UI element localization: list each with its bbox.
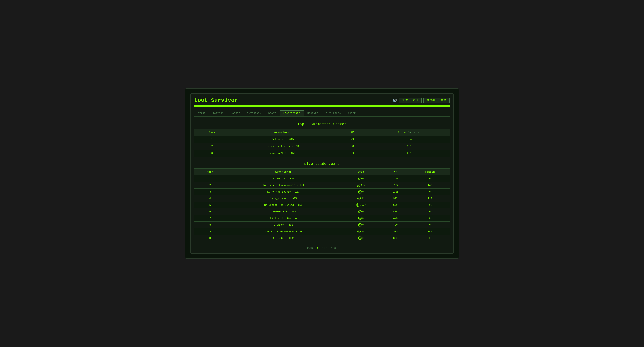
xp-cell: 476 xyxy=(336,150,369,157)
adventurer-cell: Larry the Lovely - 133 xyxy=(226,189,341,195)
health-cell: 120 xyxy=(410,195,450,202)
rank-cell: 2 xyxy=(194,182,226,189)
adventurer-cell: Bal7hazar - 815 xyxy=(230,136,336,143)
adventurer-cell: lazy_nicabar - 905 xyxy=(226,195,341,202)
tab-start[interactable]: START xyxy=(194,110,209,117)
table-row: 5 Bal7hazar The Undead - 859 9972 670 20… xyxy=(194,202,450,208)
gold-icon xyxy=(358,210,362,213)
rank-cell: 6 xyxy=(194,208,226,215)
xp-cell: 476 xyxy=(381,208,410,215)
gold-icon xyxy=(356,203,359,207)
live-col-gold: Gold xyxy=(341,169,381,175)
gold-icon xyxy=(358,190,362,193)
tab-beast[interactable]: BEAST xyxy=(265,110,280,117)
table-row: 3 gamelor2018 - 153 476 2 ⚖ xyxy=(194,150,450,157)
libra-icon: ⚖ xyxy=(410,144,412,148)
tab-guide[interactable]: GUIDE xyxy=(344,110,359,117)
health-cell: 0 xyxy=(410,235,450,241)
adventurer-cell: KriptoXN - 1041 xyxy=(226,235,341,241)
rank-cell: 1 xyxy=(194,136,230,143)
xp-cell: 1172 xyxy=(381,182,410,189)
adventurer-cell: Bal7hazar The Undead - 859 xyxy=(226,202,341,208)
top-scores-section: Top 3 Submitted Scores Rank Adventurer X… xyxy=(194,122,450,157)
health-cell: 0 xyxy=(410,208,450,215)
xp-cell: 400 xyxy=(381,222,410,228)
live-leaderboard-table: Rank Adventurer Gold XP Health 1 Bal7haz… xyxy=(194,168,450,241)
rank-cell: 9 xyxy=(194,228,226,235)
adventurer-cell: Bal7hazar - 815 xyxy=(226,175,341,182)
prize-cell: 3 ⚖ xyxy=(369,143,450,150)
live-col-xp: XP xyxy=(381,169,410,175)
top-scores-col-adventurer: Adventurer xyxy=(230,129,336,136)
progress-bar xyxy=(194,105,450,107)
adventurer-cell: loothero - throwaway4 - 164 xyxy=(226,228,341,235)
top-scores-col-prize: Prize (per mint) xyxy=(369,129,450,136)
xp-cell: 1085 xyxy=(336,143,369,150)
xp-cell: 917 xyxy=(381,195,410,202)
tab-actions[interactable]: ACTIONS xyxy=(209,110,227,117)
xp-cell: 1085 xyxy=(381,189,410,195)
health-cell: 140 xyxy=(410,228,450,235)
adventurer-cell: gamelor2018 - 153 xyxy=(230,150,336,157)
prize-cell: 10 ⚖ xyxy=(369,136,450,143)
pagination: BACK 1 107 NEXT xyxy=(194,247,450,250)
rank-cell: 2 xyxy=(194,143,230,150)
pagination-next[interactable]: NEXT xyxy=(331,247,338,250)
health-cell: 140 xyxy=(410,182,450,189)
table-row: 9 loothero - throwaway4 - 164 12 399 140 xyxy=(194,228,450,235)
xp-cell: 1290 xyxy=(336,136,369,143)
gold-icon xyxy=(358,197,361,200)
gold-icon xyxy=(358,230,361,233)
health-cell: 0 xyxy=(410,215,450,222)
rank-cell: 7 xyxy=(194,215,226,222)
rank-cell: 1 xyxy=(194,175,226,182)
adventurer-cell: loothero - throwaway13 - 174 xyxy=(226,182,341,189)
prize-cell: 2 ⚖ xyxy=(369,150,450,157)
live-leaderboard-title: Live Leaderboard xyxy=(194,162,450,166)
health-cell: 0 xyxy=(410,189,450,195)
wallet-address-button[interactable]: 0X351E...0065 xyxy=(424,98,450,103)
table-row: 1 Bal7hazar - 815 1290 10 ⚖ xyxy=(194,136,450,143)
xp-cell: 670 xyxy=(381,202,410,208)
table-row: 6 gamelor2018 - 153 0 476 0 xyxy=(194,208,450,215)
pagination-total: 107 xyxy=(322,247,327,250)
live-col-health: Health xyxy=(410,169,450,175)
libra-icon: ⚖ xyxy=(410,137,412,141)
gold-cell: 0 xyxy=(341,189,381,195)
table-row: 2 Larry the Lovely - 133 1085 3 ⚖ xyxy=(194,143,450,150)
app-title: Loot Survivor xyxy=(194,97,238,103)
tab-leaderboard[interactable]: LEADERBOARD xyxy=(280,110,304,117)
table-row: 7 Phillis the Big - 45 0 473 0 xyxy=(194,215,450,222)
adventurer-cell: Phillis the Big - 45 xyxy=(226,215,341,222)
top-scores-col-xp: XP xyxy=(336,129,369,136)
nav-tabs: START ACTIONS MARKET INVENTORY BEAST LEA… xyxy=(194,110,450,117)
pagination-back[interactable]: BACK xyxy=(306,247,313,250)
tab-inventory[interactable]: INVENTORY xyxy=(244,110,265,117)
table-row: 4 lazy_nicabar - 905 11 917 120 xyxy=(194,195,450,202)
gold-cell: 11 xyxy=(341,195,381,202)
health-cell: 200 xyxy=(410,202,450,208)
gold-cell: 0 xyxy=(341,175,381,182)
tab-upgrade[interactable]: UPGRADE xyxy=(304,110,322,117)
rank-cell: 8 xyxy=(194,222,226,228)
main-screen: Loot Survivor 🔊 SHOW LEDGER 0X351E...006… xyxy=(190,93,454,254)
gold-icon xyxy=(358,177,362,180)
top-scores-col-rank: Rank xyxy=(194,129,230,136)
show-ledger-button[interactable]: SHOW LEDGER xyxy=(398,98,422,103)
sound-icon[interactable]: 🔊 xyxy=(392,98,397,103)
tab-encounters[interactable]: ENCOUNTERS xyxy=(322,110,344,117)
gold-icon xyxy=(357,183,360,187)
title-text: Loot Survivor xyxy=(194,97,238,103)
gold-cell: 177 xyxy=(341,182,381,189)
table-row: 2 loothero - throwaway13 - 174 177 1172 … xyxy=(194,182,450,189)
rank-cell: 10 xyxy=(194,235,226,241)
health-cell: 0 xyxy=(410,222,450,228)
tab-market[interactable]: MARKET xyxy=(227,110,244,117)
live-header-row: Rank Adventurer Gold XP Health xyxy=(194,169,450,175)
progress-bar-fill xyxy=(194,105,450,107)
table-row: 8 Breaker - 582 0 400 0 xyxy=(194,222,450,228)
top-scores-table: Rank Adventurer XP Prize (per mint) 1 Ba… xyxy=(194,129,450,157)
gold-icon xyxy=(358,236,362,240)
xp-cell: 1290 xyxy=(381,175,410,182)
gold-cell: 0 xyxy=(341,222,381,228)
